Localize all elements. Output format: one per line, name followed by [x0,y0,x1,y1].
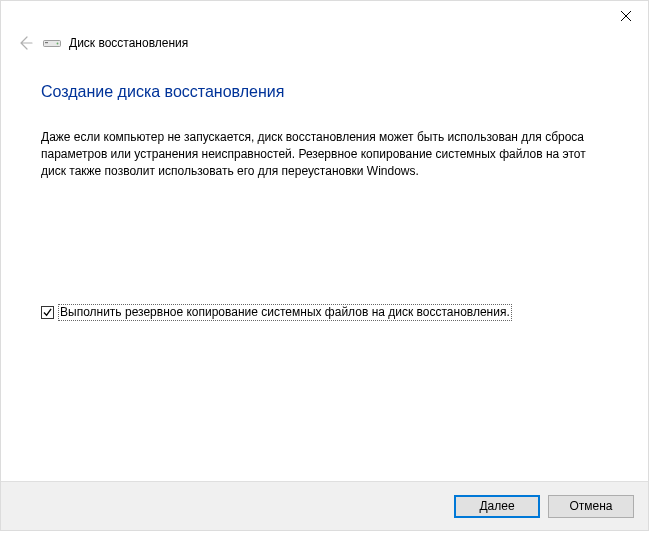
backup-checkbox-label: Выполнить резервное копирование системны… [58,304,512,321]
back-arrow-icon [17,35,33,51]
close-icon [621,11,631,21]
cancel-button[interactable]: Отмена [548,495,634,518]
drive-icon [43,37,61,49]
page-description: Даже если компьютер не запускается, диск… [41,129,613,179]
svg-rect-3 [45,42,48,43]
next-button[interactable]: Далее [454,495,540,518]
content-area: Создание диска восстановления Даже если … [41,83,613,179]
back-button[interactable] [15,33,35,53]
wizard-window: Диск восстановления Создание диска восст… [0,0,649,531]
svg-point-4 [57,43,59,45]
checkmark-icon [43,308,52,317]
backup-checkbox[interactable] [41,306,54,319]
window-title: Диск восстановления [69,36,188,50]
close-button[interactable] [603,1,648,31]
page-heading: Создание диска восстановления [41,83,613,101]
footer-bar: Далее Отмена [1,481,648,530]
header-bar: Диск восстановления [15,33,188,53]
backup-checkbox-row[interactable]: Выполнить резервное копирование системны… [41,304,512,321]
